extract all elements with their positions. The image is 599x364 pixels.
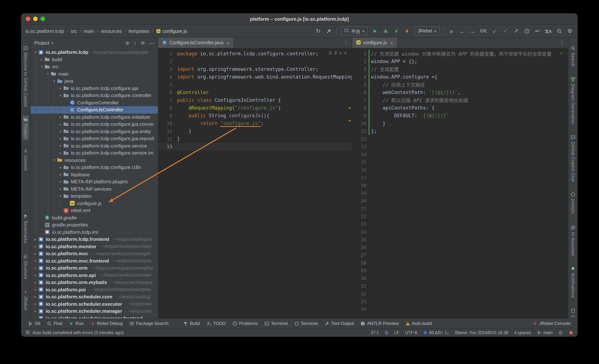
- tree-item-io-sc-platform-lcdp-iml[interactable]: io.sc.platform.lcdp.iml: [31, 228, 158, 236]
- tool-window-button-jrebel-console[interactable]: JRebel Console: [529, 321, 574, 326]
- tree-item-io-sc-platform-lcdp-configure-jpa-conver[interactable]: ▸io.sc.platform.lcdp.configure.jpa.conve…: [31, 121, 158, 128]
- tree-chevron-collapsed[interactable]: ▸: [33, 245, 38, 248]
- code-line-11[interactable]: 11};: [352, 127, 568, 135]
- tree-chevron-collapsed[interactable]: ▸: [58, 187, 63, 191]
- tool-stripe-item-diagram-generation[interactable]: Diagram Generation: [570, 75, 576, 127]
- code-line-16[interactable]: 16: [352, 166, 568, 174]
- code-line-5[interactable]: 5 // 应用上下文路径: [352, 81, 568, 88]
- tree-chevron-collapsed[interactable]: ▸: [33, 252, 38, 256]
- tree-chevron-collapsed[interactable]: ▸: [33, 302, 38, 306]
- code-line-14[interactable]: 14: [352, 150, 568, 158]
- update-project-button[interactable]: ↙: [491, 28, 498, 34]
- tree-chevron-collapsed[interactable]: ▸: [58, 173, 63, 176]
- code-line-4[interactable]: 4window.APP.configure ={: [352, 73, 568, 81]
- jrebel-run-button[interactable]: [393, 28, 400, 34]
- next-problem-icon[interactable]: ∨: [344, 51, 347, 55]
- status-item-blame-you-2024-8-15-16-38[interactable]: Blame: You 2024/8/15 16:38: [455, 330, 508, 335]
- commit-button[interactable]: ✓: [502, 28, 509, 34]
- code-line-9[interactable]: 9 public String configureJs(){: [158, 112, 352, 120]
- code-line-7[interactable]: 7public class ConfigureJsController {: [158, 96, 352, 104]
- debug-button[interactable]: [382, 28, 389, 34]
- tree-item-io-sc-platform-lcdp-configure-controller[interactable]: ▾io.sc.platform.lcdp.configure.controlle…: [31, 92, 158, 99]
- tool-stripe-item-commit[interactable]: Commit: [23, 147, 29, 173]
- tree-item-io-sc-platform-lcdp-configure-service-im[interactable]: ▸io.sc.platform.lcdp.configure.service.i…: [31, 149, 158, 156]
- code-line-29[interactable]: 29: [352, 267, 568, 274]
- code-editor-js[interactable]: 1// 在浏览器 window 对象中新建名为 APP 的容器变量，用于存放平台…: [352, 48, 568, 318]
- close-window-button[interactable]: [26, 17, 30, 21]
- tree-item-meta-inf-platform-plugins[interactable]: ▸META-INF.platform.plugins: [31, 178, 158, 185]
- tree-item-io-sc-platform-lcdp-configure-service[interactable]: ▸io.sc.platform.lcdp.configure.service: [31, 142, 158, 149]
- code-editor-java[interactable]: 1package io.sc.platform.lcdp.configure.c…: [158, 48, 352, 318]
- code-line-32[interactable]: 32: [352, 290, 568, 298]
- tree-item-io-sc-platform-mvc[interactable]: ▸io.sc.platform.mvc- ~/wspsc/workspace/w…: [31, 250, 158, 257]
- tool-stripe-item-project[interactable]: Project: [23, 116, 29, 140]
- jrebel-select[interactable]: JRebel ▾: [414, 26, 440, 35]
- tree-item-io-sc-platform-orm[interactable]: ▸io.sc.platform.orm- ~/wspsc/workspace/w…: [31, 264, 158, 272]
- tree-item-configurejscontroller[interactable]: CConfigureJsController: [31, 106, 158, 113]
- tree-chevron-collapsed[interactable]: ▸: [33, 259, 38, 263]
- code-line-8[interactable]: 8 @RequestMapping("/configure.js"): [158, 104, 352, 112]
- code-line-4[interactable]: 4import org.springframework.web.bind.ann…: [158, 73, 352, 81]
- code-line-6[interactable]: 6@Controller: [158, 88, 352, 96]
- tree-item-build-gradle[interactable]: Gbuild.gradle: [31, 214, 158, 221]
- code-line-15[interactable]: 15: [352, 158, 568, 166]
- code-line-3[interactable]: 3// 全局配置: [352, 65, 568, 73]
- code-line-18[interactable]: 18: [352, 182, 568, 189]
- tree-item-gradle-properties[interactable]: gradle.properties: [31, 221, 158, 228]
- code-line-3[interactable]: 3import org.springframework.stereotype.C…: [158, 65, 352, 73]
- tool-window-button-services[interactable]: Services: [291, 319, 321, 328]
- tree-chevron-expanded[interactable]: ▾: [52, 158, 57, 162]
- code-line-23[interactable]: 23: [352, 220, 568, 228]
- code-line-22[interactable]: 22: [352, 212, 568, 220]
- zoom-window-button[interactable]: [41, 17, 45, 21]
- tree-item-io-sc-platform-orm-mybatis[interactable]: ▸io.sc.platform.orm.mybatis- ~/wspsc/wor…: [31, 279, 158, 286]
- tree-chevron-collapsed[interactable]: ▸: [33, 309, 38, 313]
- stop-button[interactable]: ■: [448, 28, 455, 34]
- tool-stripe-item-notifications[interactable]: Notifications: [570, 264, 576, 300]
- status-item-errdot-icon[interactable]: [569, 330, 573, 335]
- code-line-24[interactable]: 24: [352, 228, 568, 236]
- tree-item-io-sc-platform-lcdp[interactable]: ▾io.sc.platform.lcdp~/wspsc/workspace/wa…: [31, 49, 158, 56]
- search-everywhere-button[interactable]: [556, 28, 563, 34]
- tree-item-io-sc-platform-lcdp-configure-jpa-reposit[interactable]: ▸io.sc.platform.lcdp.configure.jpa.repos…: [31, 135, 158, 142]
- tree-item-io-sc-platform-scheduler-manager-frontend[interactable]: ▸io.sc.platform.scheduler.manager.fronte…: [31, 315, 158, 318]
- tool-window-button-package-search[interactable]: Package Search: [126, 319, 172, 328]
- breadcrumb-item-configure-js[interactable]: JSconfigure.js: [156, 28, 187, 34]
- close-icon[interactable]: ×: [390, 40, 393, 45]
- code-line-20[interactable]: 20: [352, 197, 568, 205]
- inspection-widget[interactable]: ⚠ 2 ∧ ∨: [328, 50, 347, 55]
- tab-options-icon[interactable]: ⋮: [556, 38, 568, 48]
- tree-item-io-sc-platform-lcdp-configure-jpa-entity[interactable]: ▸io.sc.platform.lcdp.configure.jpa.entit…: [31, 128, 158, 135]
- gear-icon[interactable]: ⚙: [141, 40, 145, 45]
- code-line-2[interactable]: 2window.APP = {};: [352, 58, 568, 65]
- forward-button[interactable]: →: [469, 28, 476, 34]
- code-line-31[interactable]: 31: [352, 282, 568, 290]
- tree-item-io-sc-platform-scheduler-executor[interactable]: ▸io.sc.platform.scheduler.executor- ~/ws…: [31, 300, 158, 308]
- tree-chevron-collapsed[interactable]: ▸: [58, 144, 63, 148]
- tree-chevron-collapsed[interactable]: ▸: [33, 237, 38, 241]
- history-button[interactable]: [523, 28, 530, 34]
- breadcrumb-item-templates[interactable]: templates: [129, 28, 149, 34]
- tool-window-button-auto-build[interactable]: Auto-build: [402, 319, 435, 328]
- tree-chevron-collapsed[interactable]: ▸: [58, 151, 63, 155]
- tree-chevron-collapsed[interactable]: ▸: [58, 122, 63, 126]
- tree-item-io-sc-platform-poi[interactable]: ▸io.sc.platform.poi- ~/wspsc/workspace/w…: [31, 286, 158, 293]
- tree-chevron-expanded[interactable]: ▾: [45, 72, 51, 76]
- locate-file-icon[interactable]: ⊕: [125, 40, 130, 45]
- tree-item-templates[interactable]: ▾templates: [31, 192, 158, 200]
- code-line-9[interactable]: 9 DEFAULT: '[(@{/})]': [352, 112, 568, 120]
- titlebar[interactable]: platform – configure.js [io.sc.platform.…: [21, 13, 578, 25]
- breadcrumb-item-src[interactable]: src: [71, 28, 77, 34]
- tree-item-io-sc-platform-scheduler-manager[interactable]: ▸io.sc.platform.scheduler.manager- ~/wsp…: [31, 308, 158, 315]
- tab-options-icon[interactable]: ⋮: [340, 38, 352, 48]
- tree-chevron-collapsed[interactable]: ▸: [33, 295, 38, 299]
- tool-stripe-item-search[interactable]: Search: [570, 44, 576, 69]
- tree-chevron-collapsed[interactable]: ▸: [33, 288, 38, 292]
- expand-collapse-icon[interactable]: ↕: [134, 40, 136, 45]
- tool-window-button-tool-output[interactable]: Tool Output: [321, 319, 357, 328]
- code-line-12[interactable]: 12}: [158, 135, 352, 143]
- editor-tab-configure-js[interactable]: JS configure.js ×: [352, 38, 397, 48]
- tree-item-java[interactable]: ▾java: [31, 78, 158, 85]
- code-line-11[interactable]: 11 }: [158, 127, 352, 135]
- tool-window-button-rebel-debug[interactable]: Rebel Debug: [87, 319, 126, 328]
